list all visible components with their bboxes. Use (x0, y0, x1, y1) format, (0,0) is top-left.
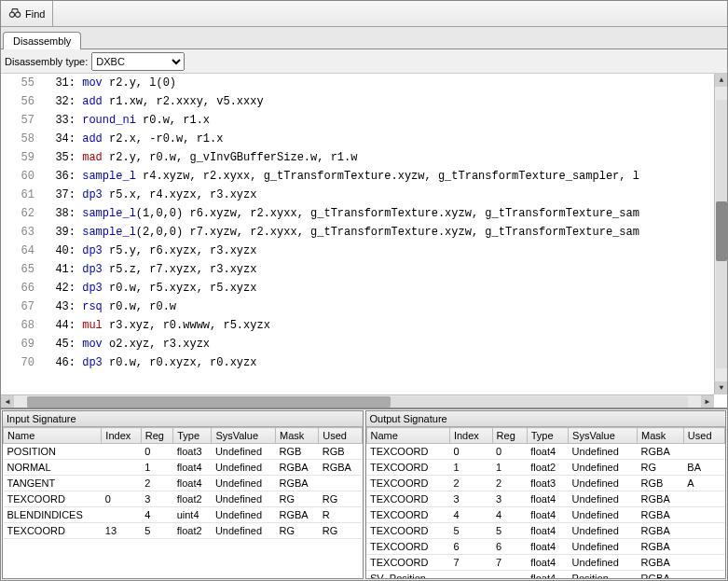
line-number: 57 (1, 111, 42, 130)
table-cell: RGBA (319, 460, 362, 476)
table-cell: 3 (449, 491, 492, 507)
code-line[interactable]: 58 34: add r2.x, -r0.w, r1.x (1, 130, 714, 148)
code-line[interactable]: 69 45: mov o2.xyz, r3.xyzx (1, 335, 714, 353)
code-line[interactable]: 60 36: sample_l r4.xyzw, r2.xyxx, g_tTra… (1, 167, 714, 186)
column-header[interactable]: Type (527, 428, 568, 444)
code-line[interactable]: 70 46: dp3 r0.w, r0.xyzx, r0.xyzx (1, 353, 714, 372)
table-cell: 2 (141, 476, 172, 491)
code-text: 43: rsq r0.w, r0.w (42, 297, 176, 316)
code-line[interactable]: 62 38: sample_l(1,0,0) r6.xyzw, r2.xyxx,… (1, 204, 714, 223)
scroll-up-icon[interactable]: ▲ (715, 74, 727, 87)
column-header[interactable]: Index (449, 428, 492, 444)
table-cell (683, 555, 724, 571)
table-cell: TEXCOORD (4, 523, 102, 539)
line-number: 60 (1, 167, 42, 186)
column-header[interactable]: Index (102, 428, 141, 444)
disassembly-type-select[interactable]: DXBC (91, 52, 185, 71)
table-cell: 5 (449, 523, 492, 539)
code-line[interactable]: 63 39: sample_l(2,0,0) r7.xyzw, r2.xyxx,… (1, 223, 714, 242)
code-line[interactable]: 64 40: dp3 r5.y, r6.xyzx, r3.xyzx (1, 242, 714, 260)
line-number: 59 (1, 148, 42, 167)
table-row[interactable]: TEXCOORD66float4UndefinedRGBA (366, 539, 725, 555)
table-cell: TEXCOORD (366, 444, 449, 460)
table-row[interactable]: POSITION0float3UndefinedRGBRGB (4, 444, 363, 460)
table-row[interactable]: NORMAL1float4UndefinedRGBARGBA (4, 460, 363, 476)
table-row[interactable]: TEXCOORD44float4UndefinedRGBA (366, 507, 725, 523)
tab-strip: Disassembly (1, 27, 727, 49)
tab-disassembly[interactable]: Disassembly (3, 32, 81, 49)
column-header[interactable]: Name (366, 428, 449, 444)
input-signature-panel: Input Signature NameIndexRegTypeSysValue… (2, 410, 364, 579)
vscroll-thumb[interactable] (716, 201, 727, 260)
code-line[interactable]: 65 41: dp3 r5.z, r7.xyzx, r3.xyzx (1, 260, 714, 279)
table-cell: Undefined (212, 476, 276, 491)
code-text: 31: mov r2.y, l(0) (42, 74, 176, 92)
table-cell: RG (275, 491, 318, 507)
table-cell (319, 476, 362, 491)
table-cell: Undefined (212, 523, 276, 539)
code-text: 41: dp3 r5.z, r7.xyzx, r3.xyzx (42, 260, 256, 279)
code-text: 32: add r1.xw, r2.xxxy, v5.xxxy (42, 92, 264, 111)
column-header[interactable]: Name (4, 428, 102, 444)
table-cell: RGB (638, 476, 684, 491)
table-cell: uint4 (173, 507, 212, 523)
scroll-down-icon[interactable]: ▼ (715, 381, 727, 394)
table-row[interactable]: TEXCOORD33float4UndefinedRGBA (366, 491, 725, 507)
table-row[interactable]: TEXCOORD03float2UndefinedRGRG (4, 491, 363, 507)
horizontal-scrollbar[interactable]: ◀ ▶ (1, 394, 714, 408)
table-cell: 5 (492, 523, 527, 539)
column-header[interactable]: Mask (275, 428, 318, 444)
column-header[interactable]: Used (319, 428, 362, 444)
output-signature-table[interactable]: NameIndexRegTypeSysValueMaskUsedTEXCOORD… (366, 427, 726, 578)
line-number: 67 (1, 297, 42, 316)
find-button[interactable]: Find (1, 1, 53, 26)
table-cell: TEXCOORD (366, 491, 449, 507)
column-header[interactable]: Reg (141, 428, 172, 444)
line-number: 56 (1, 92, 42, 111)
code-line[interactable]: 67 43: rsq r0.w, r0.w (1, 297, 714, 316)
column-header[interactable]: Reg (492, 428, 527, 444)
code-line[interactable]: 55 31: mov r2.y, l(0) (1, 74, 714, 92)
code-content[interactable]: 55 31: mov r2.y, l(0)56 32: add r1.xw, r… (1, 74, 714, 394)
table-cell: 2 (449, 476, 492, 491)
table-row[interactable]: SV_Position-float4PositionRGBA (366, 571, 725, 579)
table-cell (683, 539, 724, 555)
table-row[interactable]: TEXCOORD77float4UndefinedRGBA (366, 555, 725, 571)
table-row[interactable]: TEXCOORD135float2UndefinedRGRG (4, 523, 363, 539)
table-cell: SV_Position (366, 571, 449, 579)
table-row[interactable]: TANGENT2float4UndefinedRGBA (4, 476, 363, 491)
table-row[interactable]: TEXCOORD11float2UndefinedRGBA (366, 460, 725, 476)
table-cell: Undefined (569, 555, 638, 571)
column-header[interactable]: SysValue (569, 428, 638, 444)
code-line[interactable]: 66 42: dp3 r0.w, r5.xyzx, r5.xyzx (1, 279, 714, 297)
table-cell: Undefined (569, 476, 638, 491)
table-cell: RG (319, 523, 362, 539)
input-signature-table[interactable]: NameIndexRegTypeSysValueMaskUsedPOSITION… (3, 427, 363, 578)
table-row[interactable]: TEXCOORD22float3UndefinedRGBA (366, 476, 725, 491)
vertical-scrollbar[interactable]: ▲ ▼ (714, 74, 727, 394)
table-cell (449, 571, 492, 579)
scroll-right-icon[interactable]: ▶ (701, 395, 714, 408)
column-header[interactable]: Type (173, 428, 212, 444)
hscroll-thumb[interactable] (27, 396, 391, 408)
column-header[interactable]: Mask (638, 428, 684, 444)
code-line[interactable]: 56 32: add r1.xw, r2.xxxy, v5.xxxy (1, 92, 714, 111)
column-header[interactable]: Used (683, 428, 724, 444)
column-header[interactable]: SysValue (212, 428, 276, 444)
table-row[interactable]: TEXCOORD55float4UndefinedRGBA (366, 523, 725, 539)
table-cell: float2 (527, 460, 568, 476)
table-cell: Undefined (569, 491, 638, 507)
code-line[interactable]: 61 37: dp3 r5.x, r4.xyzx, r3.xyzx (1, 186, 714, 204)
table-cell: 1 (492, 460, 527, 476)
table-cell: NORMAL (4, 460, 102, 476)
disassembly-type-label: Disassembly type: (5, 56, 88, 67)
table-row[interactable]: TEXCOORD00float4UndefinedRGBA (366, 444, 725, 460)
table-cell: Undefined (569, 539, 638, 555)
scroll-left-icon[interactable]: ◀ (1, 395, 14, 408)
code-line[interactable]: 59 35: mad r2.y, r0.w, g_vInvGBufferSize… (1, 148, 714, 167)
table-cell: RGBA (638, 507, 684, 523)
line-number: 69 (1, 335, 42, 353)
table-row[interactable]: BLENDINDICES4uint4UndefinedRGBAR (4, 507, 363, 523)
code-line[interactable]: 57 33: round_ni r0.w, r1.x (1, 111, 714, 130)
code-line[interactable]: 68 44: mul r3.xyz, r0.wwww, r5.xyzx (1, 316, 714, 335)
